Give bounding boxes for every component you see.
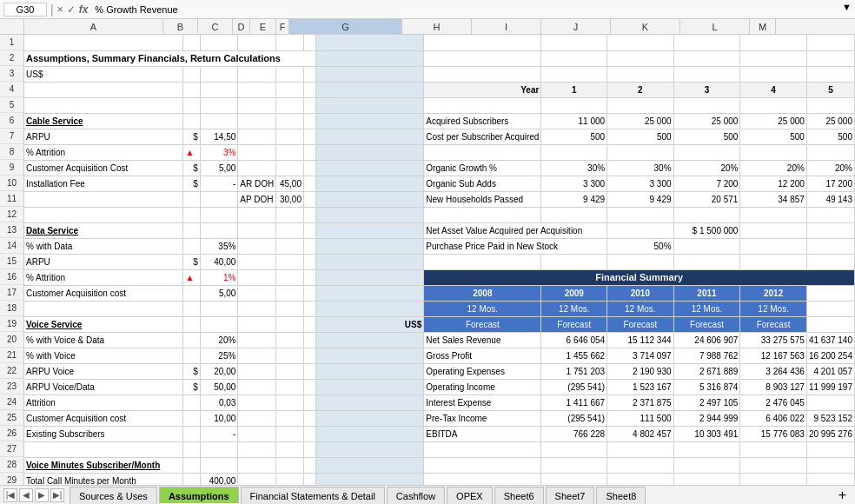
cell-B11[interactable] <box>183 191 200 207</box>
cell-K2[interactable] <box>673 50 740 66</box>
cell-C19[interactable] <box>200 316 238 332</box>
cell-L28[interactable] <box>740 457 806 473</box>
cell-E16[interactable] <box>276 269 304 285</box>
cell-F23[interactable] <box>303 379 315 395</box>
col-header-H[interactable]: H <box>402 19 472 34</box>
cell-I19[interactable]: Forecast <box>541 316 607 332</box>
cell-M27[interactable] <box>806 441 854 457</box>
cell-F4[interactable] <box>303 82 315 97</box>
cell-D7[interactable] <box>238 129 276 144</box>
cell-B4[interactable] <box>183 82 200 97</box>
cell-K1[interactable] <box>673 35 740 50</box>
cell-B10[interactable]: $ <box>183 176 200 191</box>
cell-E1[interactable] <box>276 35 304 50</box>
cell-B3[interactable] <box>183 66 200 82</box>
cell-D24[interactable] <box>238 395 276 410</box>
cell-B12[interactable] <box>183 207 200 222</box>
cell-I10[interactable]: 3 300 <box>541 176 607 191</box>
col-header-A[interactable]: A <box>24 19 163 34</box>
cell-K25[interactable]: 2 944 999 <box>673 410 740 426</box>
cell-D29[interactable] <box>238 473 276 485</box>
cell-B22[interactable]: $ <box>183 363 200 379</box>
cell-A4[interactable] <box>24 82 183 97</box>
cell-J12[interactable] <box>607 207 673 222</box>
cell-K5[interactable] <box>673 97 740 113</box>
cell-E15[interactable] <box>276 254 304 269</box>
cell-J24[interactable]: 2 371 875 <box>607 395 673 410</box>
cell-L2[interactable] <box>740 50 806 66</box>
cell-C18[interactable] <box>200 301 238 316</box>
cell-J10[interactable]: 3 300 <box>607 176 673 191</box>
cell-C7[interactable]: 14,50 <box>200 129 238 144</box>
cell-M2[interactable] <box>806 50 854 66</box>
cell-A12[interactable] <box>24 207 183 222</box>
cell-K19[interactable]: Forecast <box>673 316 740 332</box>
cell-K23[interactable]: 5 316 874 <box>673 379 740 395</box>
cell-E13[interactable] <box>276 222 304 238</box>
row-num-27[interactable]: 27 <box>0 441 23 457</box>
cell-G25[interactable] <box>315 410 424 426</box>
cell-M22[interactable]: 4 201 057 <box>806 363 854 379</box>
cell-I24[interactable]: 1 411 667 <box>541 395 607 410</box>
cell-C20[interactable]: 20% <box>200 332 238 348</box>
row-num-11[interactable]: 11 <box>0 191 23 207</box>
cell-H14[interactable]: Purchase Price Paid in New Stock <box>424 238 607 254</box>
row-num-24[interactable]: 24 <box>0 395 23 410</box>
cell-M8[interactable] <box>806 144 854 160</box>
add-sheet-btn[interactable]: + <box>838 487 846 503</box>
cell-G12[interactable] <box>315 207 424 222</box>
cell-L6[interactable]: 25 000 <box>740 113 806 129</box>
cell-H10[interactable]: Organic Sub Adds <box>424 176 541 191</box>
cell-F11[interactable] <box>303 191 315 207</box>
cell-D16[interactable] <box>238 269 276 285</box>
cell-F14[interactable] <box>303 238 315 254</box>
cell-E5[interactable] <box>276 97 304 113</box>
row-num-20[interactable]: 20 <box>0 332 23 348</box>
cell-J14[interactable]: 50% <box>607 238 673 254</box>
cell-L9[interactable]: 20% <box>740 160 806 176</box>
cell-M24[interactable] <box>806 395 854 410</box>
tab-sources-uses[interactable]: Sources & Uses <box>70 487 157 504</box>
cell-A11[interactable] <box>24 191 183 207</box>
cell-A28[interactable]: Voice Minutes Subscriber/Month <box>24 457 183 473</box>
row-num-3[interactable]: 3 <box>0 66 23 82</box>
col-header-E[interactable]: E <box>250 19 276 34</box>
cell-J11[interactable]: 9 429 <box>607 191 673 207</box>
cell-K21[interactable]: 7 988 762 <box>673 348 740 363</box>
tab-next-btn[interactable]: ▶ <box>35 488 49 502</box>
cell-C23[interactable]: 50,00 <box>200 379 238 395</box>
cell-F1[interactable] <box>303 35 315 50</box>
cell-H12[interactable] <box>424 207 541 222</box>
cell-D11[interactable]: AP DOH <box>238 191 276 207</box>
cell-I8[interactable] <box>541 144 607 160</box>
cell-M1[interactable] <box>806 35 854 50</box>
cell-E9[interactable] <box>276 160 304 176</box>
cell-G13[interactable] <box>315 222 424 238</box>
cell-B23[interactable]: $ <box>183 379 200 395</box>
cell-D4[interactable] <box>238 82 276 97</box>
cell-L8[interactable] <box>740 144 806 160</box>
cell-B9[interactable]: $ <box>183 160 200 176</box>
cell-G11[interactable] <box>315 191 424 207</box>
cell-G2[interactable] <box>315 50 424 66</box>
cell-K18[interactable]: 12 Mos. <box>673 301 740 316</box>
cell-I25[interactable]: (295 541) <box>541 410 607 426</box>
tab-cashflow[interactable]: Cashflow <box>387 487 445 504</box>
cell-A24[interactable]: Attrition <box>24 395 183 410</box>
cell-F8[interactable] <box>303 144 315 160</box>
cell-M13[interactable] <box>806 222 854 238</box>
cell-D9[interactable] <box>238 160 276 176</box>
cell-F13[interactable] <box>303 222 315 238</box>
cell-G10[interactable] <box>315 176 424 191</box>
cell-B27[interactable] <box>183 441 200 457</box>
cell-C9[interactable]: 5,00 <box>200 160 238 176</box>
cell-B6[interactable] <box>183 113 200 129</box>
row-num-5[interactable]: 5 <box>0 97 23 113</box>
cell-J17[interactable]: 2010 <box>607 285 673 301</box>
cell-C16[interactable]: 1% <box>200 269 238 285</box>
cell-C26[interactable]: - <box>200 426 238 441</box>
cell-B16[interactable]: ▲ <box>183 269 200 285</box>
tab-assumptions[interactable]: Assumptions <box>159 487 239 504</box>
row-num-19[interactable]: 19 <box>0 316 23 332</box>
cell-J23[interactable]: 1 523 167 <box>607 379 673 395</box>
